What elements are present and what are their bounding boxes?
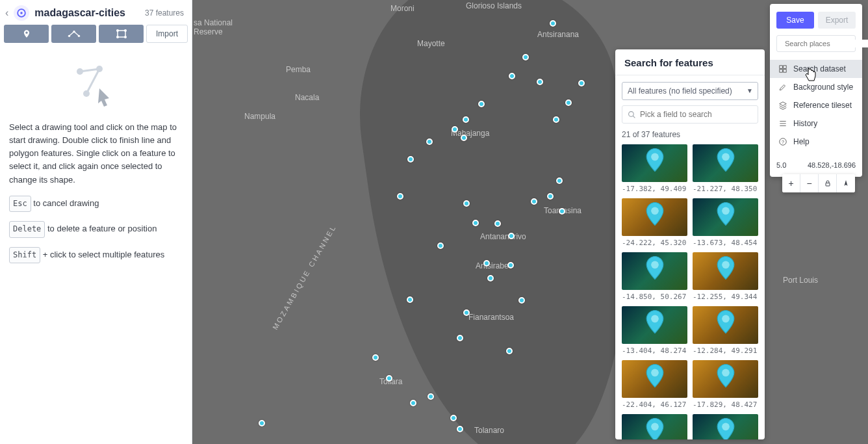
feature-card[interactable]: [693, 414, 758, 439]
field-search-box[interactable]: [622, 105, 758, 124]
places-search-input[interactable]: [785, 40, 868, 47]
search-icon: [628, 111, 636, 119]
svg-point-19: [722, 261, 730, 269]
map-point[interactable]: [518, 297, 525, 304]
import-button[interactable]: Import: [146, 25, 188, 43]
feature-card[interactable]: -12.255, 49.344: [693, 252, 758, 301]
map-point[interactable]: [550, 20, 556, 27]
map-point[interactable]: [506, 348, 513, 354]
zoom-out-button[interactable]: −: [800, 174, 819, 192]
menu-search-dataset[interactable]: Search dataset: [770, 60, 862, 78]
hotkey-delete: Delete to delete a feature or position: [9, 221, 183, 238]
map-point[interactable]: [508, 233, 515, 239]
map-point[interactable]: [553, 116, 559, 123]
map-point[interactable]: [487, 275, 494, 281]
field-search-input[interactable]: [640, 110, 752, 119]
feature-thumbnail[interactable]: [622, 414, 687, 439]
map-point[interactable]: [565, 99, 572, 106]
map-point[interactable]: [556, 177, 563, 184]
feature-thumbnail[interactable]: [693, 144, 758, 182]
point-tool[interactable]: [4, 25, 49, 43]
save-button[interactable]: Save: [776, 12, 814, 29]
map-point[interactable]: [507, 262, 514, 268]
map-point[interactable]: [450, 415, 457, 421]
map-label-moroni: Moroni: [390, 4, 415, 13]
back-button[interactable]: ‹: [5, 7, 8, 19]
menu-help[interactable]: ? Help: [770, 133, 862, 151]
compass-button[interactable]: [837, 174, 855, 192]
instructions-panel: Select a drawing tool and click on the m…: [0, 49, 192, 270]
feature-thumbnail[interactable]: [622, 252, 687, 290]
map-point[interactable]: [410, 400, 416, 406]
feature-thumbnail[interactable]: [693, 198, 758, 236]
map-point[interactable]: [407, 156, 414, 163]
menu-history[interactable]: History: [770, 114, 862, 133]
feature-thumbnail[interactable]: [693, 252, 758, 290]
shift-key: Shift: [9, 247, 40, 264]
menu-reference-tileset[interactable]: Reference tileset: [770, 96, 862, 114]
map-point[interactable]: [531, 198, 537, 205]
map-point[interactable]: [397, 193, 403, 200]
polygon-tool[interactable]: [99, 25, 144, 43]
map-canvas[interactable]: Moroni Glorioso Islands Mayotte Pemba Na…: [192, 0, 868, 444]
map-point[interactable]: [452, 126, 458, 133]
map-point[interactable]: [463, 200, 470, 207]
feature-card[interactable]: -13.404, 48.274: [622, 306, 687, 355]
map-point[interactable]: [437, 242, 444, 249]
feature-thumbnail[interactable]: [622, 360, 687, 398]
hotkey-esc: Esc to cancel drawing: [9, 196, 183, 213]
feature-caption: -22.404, 46.127: [622, 400, 687, 409]
map-point[interactable]: [559, 208, 565, 215]
feature-caption: -12.284, 49.291: [693, 346, 758, 355]
map-point[interactable]: [386, 375, 392, 382]
feature-thumbnail[interactable]: [622, 306, 687, 344]
map-point[interactable]: [463, 116, 469, 123]
feature-card[interactable]: -13.673, 48.454: [693, 198, 758, 247]
map-point[interactable]: [461, 135, 467, 141]
feature-thumbnail[interactable]: [693, 414, 758, 439]
map-point[interactable]: [463, 309, 470, 316]
feature-card[interactable]: -12.284, 49.291: [693, 306, 758, 355]
map-point[interactable]: [426, 138, 433, 145]
feature-thumbnail[interactable]: [693, 306, 758, 344]
map-point[interactable]: [578, 80, 585, 86]
layers-icon: [778, 100, 788, 111]
svg-point-23: [722, 369, 730, 377]
map-point[interactable]: [457, 426, 463, 432]
map-point[interactable]: [428, 393, 434, 400]
feature-card[interactable]: -17.829, 48.427: [693, 360, 758, 409]
places-search-box[interactable]: [776, 35, 856, 52]
feature-card[interactable]: [622, 414, 687, 439]
map-point[interactable]: [547, 193, 554, 200]
feature-card[interactable]: -17.382, 49.409: [622, 144, 687, 193]
feature-thumbnail[interactable]: [622, 144, 687, 182]
map-point[interactable]: [478, 101, 485, 107]
feature-card[interactable]: -24.222, 45.320: [622, 198, 687, 247]
map-point[interactable]: [457, 335, 463, 341]
map-point[interactable]: [537, 79, 543, 85]
map-point[interactable]: [472, 220, 479, 226]
map-point[interactable]: [483, 260, 490, 267]
lock-button[interactable]: [819, 174, 837, 192]
feature-field-select[interactable]: All features (no field specified): [622, 82, 758, 100]
map-point[interactable]: [522, 54, 529, 60]
map-point[interactable]: [407, 296, 413, 303]
map-point[interactable]: [509, 73, 515, 79]
line-tool[interactable]: [51, 25, 96, 43]
map-label-antsirabe: Antsirabe: [476, 261, 509, 270]
zoom-in-button[interactable]: +: [782, 174, 800, 192]
feature-caption: -14.850, 50.267: [622, 293, 687, 301]
feature-card[interactable]: -14.850, 50.267: [622, 252, 687, 301]
drawing-toolbar: Import: [0, 25, 192, 49]
feature-card[interactable]: -21.227, 48.350: [693, 144, 758, 193]
map-point[interactable]: [372, 354, 379, 361]
feature-card[interactable]: -22.404, 46.127: [622, 360, 687, 409]
menu-background-style[interactable]: Background style: [770, 78, 862, 96]
feature-thumbnail[interactable]: [693, 360, 758, 398]
instructions-text: Select a drawing tool and click on the m…: [9, 121, 183, 187]
map-point[interactable]: [259, 420, 265, 426]
feature-thumbnail[interactable]: [622, 198, 687, 236]
map-label-antananarivo: Antananarivo: [480, 232, 526, 241]
map-point[interactable]: [494, 220, 501, 227]
map-label-nacala: Nacala: [295, 93, 319, 102]
